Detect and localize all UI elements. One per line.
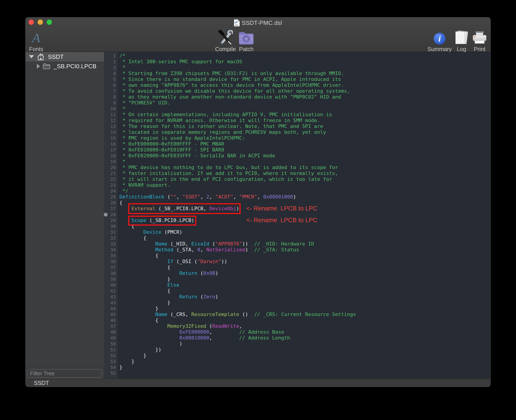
code-line[interactable]: 16 * 0xFE000000~0xFE00FFFF - PMC MBAR: [104, 141, 490, 147]
patch-button[interactable]: Patch: [228, 30, 264, 52]
titlebar[interactable]: DSL SSDT-PMC.dsl: [26, 17, 490, 30]
code-line[interactable]: 21 * faster initialisation. If we add it…: [104, 170, 490, 176]
code-line[interactable]: 23 * NVRAM support.: [104, 182, 490, 188]
code-line[interactable]: 1/*: [104, 53, 490, 59]
code-line[interactable]: 24 */: [104, 188, 490, 194]
disclosure-closed-icon[interactable]: [37, 64, 40, 69]
page-fold: [238, 19, 240, 21]
code-line[interactable]: 2 * Intel 300-series PMC support for mac…: [104, 59, 490, 65]
code-text: * as they normally use another non-stand…: [118, 94, 341, 100]
tree-item-sb-pci0-lpcb[interactable]: _SB.PCI0.LPCB: [26, 61, 104, 71]
code-line[interactable]: 54}: [104, 364, 490, 370]
annotation-box-external: [128, 203, 241, 214]
code-line[interactable]: 37 {: [104, 264, 490, 270]
code-text: ): [118, 341, 182, 347]
code-text: If (_OSI ("Darwin")): [118, 259, 227, 264]
line-number: 48: [104, 329, 118, 335]
code-line[interactable]: 43 }: [104, 300, 490, 306]
line-number: 36: [104, 259, 118, 264]
code-line[interactable]: 40 Else: [104, 282, 490, 288]
code-line[interactable]: 33 Name (_HID, EisaId ("APP9876")) // _H…: [104, 241, 490, 247]
tree-item-label: SSDT: [48, 53, 64, 60]
line-number: 16: [104, 141, 118, 147]
code-line[interactable]: 35 {: [104, 253, 490, 259]
line-number: 30: [104, 223, 118, 229]
line-number: 45: [104, 312, 118, 317]
code-line[interactable]: 36 If (_OSI ("Darwin")): [104, 259, 490, 264]
code-line[interactable]: 50 ): [104, 341, 490, 347]
code-line[interactable]: 48 0xFE000000, // Address Base: [104, 329, 490, 335]
line-number: 9: [104, 100, 118, 106]
code-text: {: [118, 235, 146, 241]
code-line[interactable]: 7 * To avoid confusion we disable this d…: [104, 88, 490, 94]
disclosure-open-icon[interactable]: [29, 55, 34, 58]
code-line[interactable]: 46 {: [104, 317, 490, 323]
code-line[interactable]: 31 Device (PMCR): [104, 229, 490, 235]
print-button[interactable]: Print: [462, 30, 490, 52]
line-number: 8: [104, 94, 118, 100]
code-line[interactable]: 55: [104, 370, 490, 376]
patch-icon: [228, 30, 264, 45]
code-line[interactable]: 38 Return (0x0B): [104, 270, 490, 276]
code-line[interactable]: 9 * "PCHRESV" UID.: [104, 100, 490, 106]
code-line[interactable]: 18 * 0xFE020000~0xFE035FFF - SerialIo BA…: [104, 153, 490, 159]
line-number: 13: [104, 123, 118, 129]
line-number: 43: [104, 300, 118, 306]
code-line[interactable]: 22 * it will start in the end of PCI con…: [104, 176, 490, 182]
code-line[interactable]: 47 Memory32Fixed (ReadWrite,: [104, 323, 490, 329]
code-line[interactable]: 41 {: [104, 288, 490, 294]
minimize-button[interactable]: [38, 19, 43, 25]
tree-item-label: _SB.PCI0.LPCB: [53, 63, 96, 70]
code-text: * Since there is no standard device for …: [118, 76, 341, 82]
code-editor[interactable]: 1/*2 * Intel 300-series PMC support for …: [104, 52, 490, 379]
code-line[interactable]: 51 }): [104, 347, 490, 353]
gutter-marker-dot[interactable]: [104, 213, 108, 217]
code-line[interactable]: 3 *: [104, 65, 490, 71]
line-number: 42: [104, 294, 118, 300]
code-line[interactable]: 45 Name (_CRS, ResourceTemplate () // _C…: [104, 312, 490, 317]
code-line[interactable]: 42 Return (Zero): [104, 294, 490, 300]
close-button[interactable]: [29, 19, 34, 25]
code-text: Method (_STA, 0, NotSerialized) // _STA:…: [118, 247, 299, 253]
code-line[interactable]: 13 * The reason for this is rather uncle…: [104, 123, 490, 129]
line-number: 55: [104, 370, 118, 376]
code-line[interactable]: 11 * On certain implementations, includi…: [104, 112, 490, 118]
fonts-button[interactable]: A Fonts: [26, 30, 54, 52]
code-line[interactable]: 17 * 0xFE010000~0xFE010FFF - SPI BAR0: [104, 147, 490, 153]
code-text: * 0xFE000000~0xFE00FFFF - PMC MBAR: [118, 141, 224, 147]
code-line[interactable]: 52 }: [104, 353, 490, 359]
code-line[interactable]: 8 * as they normally use another non-sta…: [104, 94, 490, 100]
code-line[interactable]: 20 * PMC device has nothing to do to LPC…: [104, 165, 490, 170]
code-line[interactable]: 14 * located in separate memory regions …: [104, 129, 490, 135]
code-line[interactable]: 32 {: [104, 235, 490, 241]
line-number: 10: [104, 106, 118, 112]
line-number: 49: [104, 335, 118, 341]
line-number: 32: [104, 235, 118, 241]
code-line[interactable]: 49 0x00010000, // Address Length: [104, 335, 490, 341]
code-line[interactable]: 19 *: [104, 159, 490, 165]
code-line[interactable]: 10 *: [104, 106, 490, 112]
code-line[interactable]: 4 * Starting from Z390 chipsets PMC (D31…: [104, 71, 490, 76]
code-text: * "PCHRESV" UID.: [118, 100, 170, 106]
code-text: }: [118, 276, 170, 282]
code-text: * located in separate memory regions and…: [118, 129, 326, 135]
line-number: 34: [104, 247, 118, 253]
fonts-label: Fonts: [26, 46, 54, 52]
line-number: 6: [104, 82, 118, 88]
filter-field[interactable]: [27, 369, 102, 378]
tree-item-ssdt[interactable]: SSDT: [26, 52, 104, 61]
code-line[interactable]: 34 Method (_STA, 0, NotSerialized) // _S…: [104, 247, 490, 253]
code-line[interactable]: 12 * required for NVRAM access. Otherwis…: [104, 118, 490, 123]
code-line[interactable]: 39 }: [104, 276, 490, 282]
code-line[interactable]: 44 }: [104, 306, 490, 312]
code-line[interactable]: 6 * own naming "APP9876" to access this …: [104, 82, 490, 88]
code-line[interactable]: 15 * PMC region is used by AppleIntelPCH…: [104, 135, 490, 141]
code-line[interactable]: 5 * Since there is no standard device fo…: [104, 76, 490, 82]
zoom-button[interactable]: [46, 19, 52, 25]
code-text: }: [118, 364, 122, 370]
line-number: 23: [104, 182, 118, 188]
filter-tree-input[interactable]: [30, 370, 100, 377]
document-icon: DSL: [234, 19, 240, 26]
code-line[interactable]: 25DefinitionBlock ("", "SSDT", 2, "ACDT"…: [104, 194, 490, 200]
code-line[interactable]: 53 }: [104, 359, 490, 364]
